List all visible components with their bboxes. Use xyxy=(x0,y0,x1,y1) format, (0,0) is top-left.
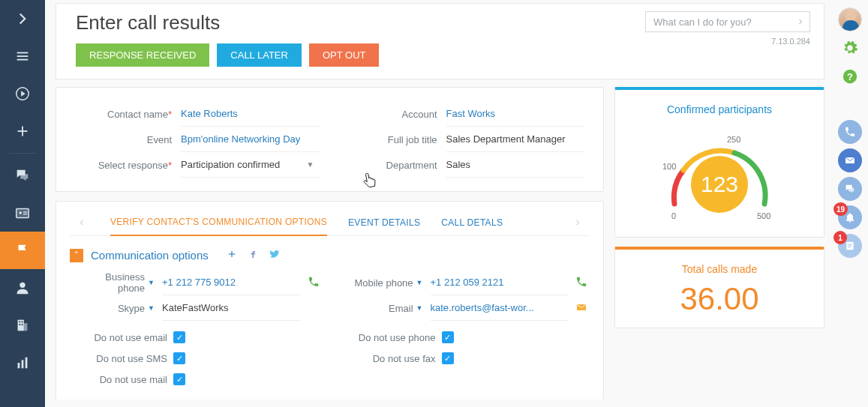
svg-marker-4 xyxy=(21,91,26,96)
cti-chat-icon[interactable] xyxy=(838,177,862,201)
svg-rect-28 xyxy=(848,245,851,246)
svg-rect-18 xyxy=(22,324,23,325)
cti-phone-icon[interactable] xyxy=(838,120,862,144)
nav-user-icon[interactable] xyxy=(0,269,45,307)
right-float-rail: ? 19 1 xyxy=(832,0,868,258)
feed-badge: 1 xyxy=(833,231,847,244)
dashboard-confirmed-participants: Confirmed participants 123 100 250 0 500 xyxy=(614,87,824,238)
checkbox-dnu-fax[interactable]: ✓ xyxy=(442,352,454,364)
svg-rect-27 xyxy=(848,244,851,244)
select-response-text: Participation confirmed xyxy=(181,159,280,170)
svg-rect-17 xyxy=(19,324,20,325)
value-full-job-title[interactable]: Sales Department Manager xyxy=(446,127,584,152)
version-label: 7.13.0.284 xyxy=(771,37,810,46)
checkbox-dnu-mail[interactable]: ✓ xyxy=(173,373,185,385)
svg-rect-29 xyxy=(848,247,850,247)
gauge-value: 123 xyxy=(691,156,748,213)
dash-title-total-calls: Total calls made xyxy=(682,263,757,275)
opt-out-button[interactable]: OPT OUT xyxy=(309,43,380,67)
svg-rect-14 xyxy=(24,323,28,331)
nav-separator xyxy=(9,153,36,154)
svg-rect-19 xyxy=(18,363,20,368)
action-button-row: RESPONSE RECEIVED CALL LATER OPT OUT xyxy=(76,43,809,67)
value-contact-name[interactable]: Kate Roberts xyxy=(181,101,319,127)
tab-event-details[interactable]: EVENT DETAILS xyxy=(348,213,420,235)
label-dnu-sms: Do not use SMS xyxy=(76,353,173,364)
nav-play-icon[interactable] xyxy=(0,75,45,112)
tabs-card: VERIFY CONTACT'S COMMUNICATION OPTIONS E… xyxy=(56,201,604,400)
svg-rect-16 xyxy=(22,322,23,323)
help-icon[interactable]: ? xyxy=(838,64,862,88)
header-card: What can I do for you? 7.13.0.284 Enter … xyxy=(56,3,824,79)
label-dnu-email: Do not use email xyxy=(76,332,173,343)
label-account: Account xyxy=(341,109,446,120)
label-mobile-phone[interactable]: Mobile phone▼ xyxy=(344,277,431,289)
tab-verify-communication[interactable]: VERIFY CONTACT'S COMMUNICATION OPTIONS xyxy=(110,212,327,236)
cti-feed-icon[interactable]: 1 xyxy=(838,234,862,258)
section-title-communication: Communication options xyxy=(91,249,209,262)
gear-icon[interactable] xyxy=(838,36,862,60)
value-select-response[interactable]: Participation confirmed ▼ xyxy=(181,152,319,178)
tab-call-details[interactable]: CALL DETALS xyxy=(441,213,503,235)
response-received-button[interactable]: RESPONSE RECEIVED xyxy=(76,43,209,67)
nav-chat-icon[interactable] xyxy=(0,157,45,194)
svg-rect-11 xyxy=(23,214,27,214)
main-panel: What can I do for you? 7.13.0.284 Enter … xyxy=(45,0,868,407)
svg-point-12 xyxy=(20,283,25,288)
label-email[interactable]: Email▼ xyxy=(344,303,431,314)
section-collapse-toggle[interactable]: ˄ xyxy=(70,249,83,262)
gauge-tick-500: 500 xyxy=(757,211,770,220)
value-mobile-phone[interactable]: +1 212 059 2121 xyxy=(431,270,569,295)
nav-expand-icon[interactable] xyxy=(0,0,45,37)
call-later-button[interactable]: CALL LATER xyxy=(217,43,302,67)
tab-scroll-left-icon[interactable] xyxy=(74,215,89,232)
value-department[interactable]: Sales xyxy=(446,152,584,178)
mail-icon[interactable] xyxy=(573,301,590,316)
label-dnu-phone: Do not use phone xyxy=(344,332,442,343)
phone-icon[interactable] xyxy=(573,276,590,290)
label-business-phone[interactable]: Business phone▼ xyxy=(76,271,162,294)
search-placeholder: What can I do for you? xyxy=(653,16,796,28)
label-skype[interactable]: Skype▼ xyxy=(76,303,162,314)
global-search[interactable]: What can I do for you? xyxy=(645,11,810,32)
chevron-right-icon xyxy=(796,17,805,26)
label-dnu-fax: Do not use fax xyxy=(344,353,442,364)
nav-menu-icon[interactable] xyxy=(0,37,45,75)
dash-title-confirmed: Confirmed participants xyxy=(667,103,772,115)
checkbox-dnu-phone[interactable]: ✓ xyxy=(442,331,454,343)
svg-rect-7 xyxy=(17,209,29,218)
label-dnu-mail: Do not use mail xyxy=(76,374,173,385)
svg-rect-15 xyxy=(19,322,20,323)
add-communication-icon[interactable] xyxy=(225,249,239,262)
value-event[interactable]: Bpm'online Networking Day xyxy=(181,127,319,152)
value-account[interactable]: Fast Works xyxy=(446,101,584,127)
cti-mail-icon[interactable] xyxy=(838,148,862,172)
gauge-tick-0: 0 xyxy=(671,211,676,220)
svg-rect-13 xyxy=(18,320,24,331)
chevron-down-icon: ▼ xyxy=(307,160,314,169)
svg-point-9 xyxy=(19,211,22,214)
svg-rect-10 xyxy=(23,211,27,212)
bell-badge: 19 xyxy=(833,202,848,216)
nav-idcard-icon[interactable] xyxy=(0,194,45,232)
phone-icon[interactable] xyxy=(305,276,322,290)
facebook-icon[interactable] xyxy=(246,249,260,262)
nav-add-icon[interactable] xyxy=(0,112,45,150)
dashboard-total-calls: Total calls made 36.00 xyxy=(614,247,824,328)
cti-bell-icon[interactable]: 19 xyxy=(838,205,862,229)
checkbox-dnu-email[interactable]: ✓ xyxy=(173,331,185,343)
value-email[interactable]: kate.roberts@fast-wor... xyxy=(431,295,569,321)
nav-analytics-icon[interactable] xyxy=(0,344,45,382)
label-department: Department xyxy=(341,160,446,171)
checkbox-dnu-sms[interactable]: ✓ xyxy=(173,352,185,364)
user-avatar[interactable] xyxy=(838,7,862,31)
gauge-widget: 123 100 250 0 500 xyxy=(644,121,794,226)
twitter-icon[interactable] xyxy=(267,248,281,262)
value-skype[interactable]: KateFastWorks xyxy=(162,295,301,321)
label-event: Event xyxy=(76,134,181,145)
nav-building-icon[interactable] xyxy=(0,307,45,344)
left-nav-rail xyxy=(0,0,45,407)
value-business-phone[interactable]: +1 212 775 9012 xyxy=(162,270,301,295)
nav-flag-icon[interactable] xyxy=(0,232,45,269)
tab-scroll-right-icon[interactable] xyxy=(570,215,585,232)
